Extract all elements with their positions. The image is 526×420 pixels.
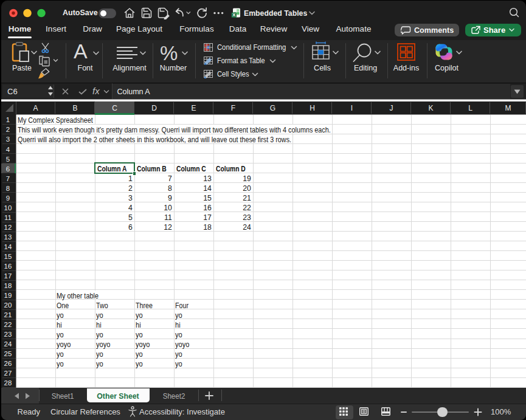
svg-text:X: X bbox=[232, 12, 235, 18]
